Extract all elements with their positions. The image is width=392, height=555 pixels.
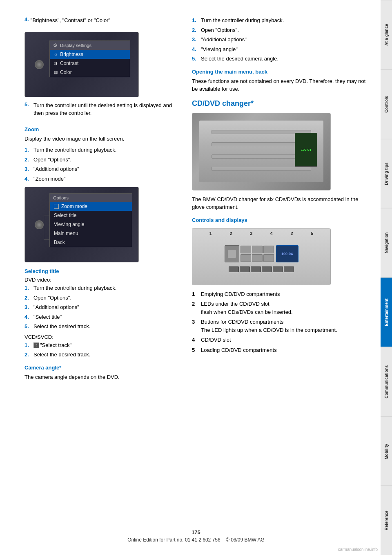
- left-column: 4. "Brightness", "Contrast" or "Color" ⚙…: [24, 16, 180, 530]
- footer-text: Online Edition for Part no. 01 41 2 602 …: [127, 537, 265, 543]
- options-menu-zoom: Zoom mode: [50, 202, 132, 211]
- list-item: 3. "Additional options": [24, 165, 180, 173]
- ctrl-display: 100:04: [276, 245, 298, 262]
- step-4-text: "Brightness", "Contrast" or "Color": [31, 16, 110, 25]
- menu-item-brightness: ☼ Brightness: [50, 50, 130, 59]
- ctrl-eject: [225, 245, 239, 262]
- options-menu-viewing-angle: Viewing angle: [50, 220, 132, 229]
- list-item: 1 Emptying CD/DVD compartments: [192, 290, 368, 298]
- sidebar-tab-at-a-glance[interactable]: At a glance: [381, 0, 392, 69]
- sidebar-tab-entertainment[interactable]: Entertainment: [381, 278, 392, 347]
- list-item: 4. "Viewing angle": [192, 45, 368, 54]
- ctrl-bottom-buttons: [229, 266, 294, 272]
- sidebar: At a glance Controls Driving tips Naviga…: [381, 0, 392, 555]
- ctrl-label-3: 3: [250, 231, 252, 236]
- list-item: 2. Open "Options".: [24, 294, 180, 302]
- list-item: 2 LEDs under the CD/DVD slotflash when C…: [192, 300, 368, 316]
- options-screen-inner: Options Zoom mode Select title Viewing a…: [25, 187, 138, 262]
- display-settings-screenshot: ⚙ Display settings ☼ Brightness ◑ Contra…: [24, 32, 139, 97]
- vcd-label: VCD/SVCD:: [24, 334, 180, 340]
- zoom-intro: Display the video image on the full scre…: [24, 135, 180, 143]
- controls-displays-title: Controls and displays: [192, 217, 368, 223]
- zoom-steps-list: 1. Turn the controller during playback. …: [24, 146, 180, 183]
- list-item: 2. Open "Options".: [192, 26, 368, 34]
- step-5-block: 5. Turn the controller until the desired…: [24, 101, 180, 121]
- vcd-icon: ?: [33, 342, 39, 348]
- camera-angle-title: Camera angle*: [24, 365, 180, 371]
- step-4-number: 4.: [24, 16, 29, 22]
- sidebar-tab-reference[interactable]: Reference: [381, 486, 392, 555]
- selecting-title-heading: Selecting title: [24, 268, 180, 274]
- cd-dvd-changer-title: CD/DVD changer*: [192, 99, 368, 108]
- menu-item-contrast: ◑ Contrast: [50, 59, 130, 68]
- list-item: 5 Loading CD/DVD compartments: [192, 346, 368, 354]
- step-5-text: Turn the controller until the desired se…: [33, 101, 180, 117]
- options-knob: [35, 220, 44, 229]
- menu-item-color: ▦ Color: [50, 68, 130, 77]
- sidebar-tab-navigation[interactable]: Navigation: [381, 208, 392, 278]
- menu-title: ⚙ Display settings: [50, 41, 130, 50]
- controls-inner: 1 2 3 4 2 5: [192, 228, 330, 285]
- options-menu: Options Zoom mode Select title Viewing a…: [49, 193, 132, 247]
- ctrl-label-6: 5: [311, 231, 313, 236]
- list-item: 2. Open "Options".: [24, 156, 180, 164]
- screen-inner: ⚙ Display settings ☼ Brightness ◑ Contra…: [25, 32, 138, 97]
- options-menu-select-title: Select title: [50, 211, 132, 220]
- display-settings-menu: ⚙ Display settings ☼ Brightness ◑ Contra…: [49, 40, 130, 77]
- list-item: 4 CD/DVD slot: [192, 336, 368, 344]
- ctrl-label-2: 2: [229, 231, 232, 236]
- camera-angle-text: The camera angle depends on the DVD.: [24, 373, 180, 381]
- options-menu-back: Back: [50, 238, 132, 247]
- controls-image: 1 2 3 4 2 5: [192, 228, 331, 285]
- ctrl-label-5: 2: [290, 231, 293, 236]
- camera-steps-list: 1. Turn the controller during playback. …: [192, 16, 368, 63]
- controller-knob: [35, 60, 44, 69]
- right-column: 1. Turn the controller during playback. …: [192, 16, 368, 530]
- list-item: 5. Select the desired track.: [24, 322, 180, 331]
- options-menu-title: Options: [50, 194, 132, 202]
- cd-dvd-changer-image: 100:04: [192, 113, 331, 190]
- list-item: 3 Buttons for CD/DVD compartmentsThe LED…: [192, 318, 368, 334]
- ctrl-label-1: 1: [209, 231, 212, 236]
- zoom-title: Zoom: [24, 126, 180, 132]
- dvd-steps-list: 1. Turn the controller during playback. …: [24, 284, 180, 331]
- sidebar-tab-mobility[interactable]: Mobility: [381, 416, 392, 486]
- list-item: 3. "Additional options": [192, 36, 368, 44]
- watermark: carmanualsonline.info: [338, 547, 378, 552]
- controls-desc-list: 1 Emptying CD/DVD compartments 2 LEDs un…: [192, 290, 368, 354]
- sidebar-tab-driving-tips[interactable]: Driving tips: [381, 139, 392, 208]
- list-item: 1. ?"Select track": [24, 341, 180, 349]
- ctrl-label-4: 4: [270, 231, 273, 236]
- sidebar-tab-controls[interactable]: Controls: [381, 69, 392, 139]
- device-face: 100:04: [199, 121, 323, 182]
- ctrl-slots: [241, 246, 274, 262]
- list-item: 1. Turn the controller during playback.: [24, 284, 180, 292]
- list-item: 5. Select the desired camera angle.: [192, 55, 368, 63]
- list-item: 3. "Additional options": [24, 303, 180, 311]
- page-number: 175: [127, 529, 265, 535]
- options-menu-main-menu: Main menu: [50, 229, 132, 238]
- list-item: 4. "Select title": [24, 313, 180, 321]
- list-item: 1. Turn the controller during playback.: [24, 146, 180, 154]
- list-item: 4. "Zoom mode": [24, 175, 180, 183]
- cd-dvd-caption: The BMW CD/DVD changer for six CDs/DVDs …: [192, 195, 368, 211]
- vcd-steps-list: 1. ?"Select track" 2. Select the desired…: [24, 341, 180, 359]
- opening-main-menu-text: These functions are not contained on eve…: [192, 77, 368, 93]
- opening-main-menu-title: Opening the main menu, back: [192, 69, 368, 75]
- options-screenshot: Options Zoom mode Select title Viewing a…: [24, 187, 139, 262]
- list-item: 1. Turn the controller during playback.: [192, 16, 368, 25]
- dvd-video-label: DVD video:: [24, 277, 180, 283]
- sidebar-tab-communications[interactable]: Communications: [381, 347, 392, 416]
- step-5-number: 5.: [24, 101, 31, 121]
- list-item: 2. Select the desired track.: [24, 351, 180, 359]
- step-4-block: 4. "Brightness", "Contrast" or "Color": [24, 16, 180, 28]
- ctrl-device-row: 100:04: [225, 245, 298, 262]
- page-footer: 175 Online Edition for Part no. 01 41 2 …: [127, 529, 265, 543]
